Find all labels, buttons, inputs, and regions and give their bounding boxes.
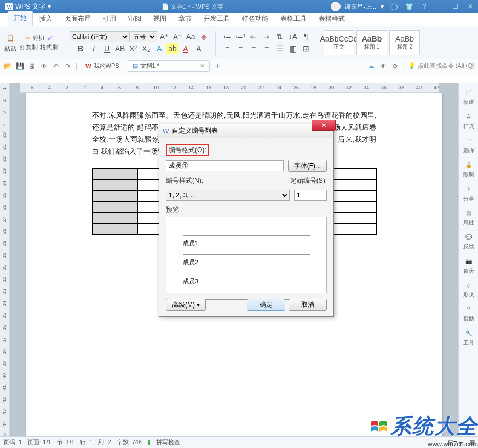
open-icon[interactable]: 📂 <box>3 62 12 71</box>
side-分享[interactable]: ✈分享 <box>463 184 474 202</box>
status-pages[interactable]: 页面: 1/1 <box>27 438 51 446</box>
cancel-button[interactable]: 取消 <box>289 299 327 311</box>
align-center-button[interactable]: ≡ <box>234 43 246 54</box>
paste-button[interactable]: 📋 粘贴 <box>4 32 16 53</box>
align-justify-button[interactable]: ≡ <box>261 43 273 54</box>
side-属性[interactable]: ▤属性 <box>463 208 474 226</box>
status-page-num[interactable]: 页码: 1 <box>3 438 22 446</box>
tab-references[interactable]: 引用 <box>97 12 122 26</box>
side-工具[interactable]: 🔧工具 <box>463 328 474 347</box>
side-帮助[interactable]: ?帮助 <box>463 304 474 323</box>
grow-font-button[interactable]: A⁺ <box>158 31 170 42</box>
dialog-titlebar[interactable]: W 自定义编号列表 ✕ <box>159 124 333 138</box>
shirt-icon[interactable]: 👕 <box>404 2 414 11</box>
side-新建[interactable]: 📄新建 <box>463 88 474 106</box>
clear-format-button[interactable]: ◈ <box>198 31 210 42</box>
tab-chapter[interactable]: 章节 <box>173 12 197 26</box>
sort-button[interactable]: ↕A <box>287 31 299 42</box>
view-print-icon[interactable]: ▤ <box>447 439 453 446</box>
cut-button[interactable]: 剪切 <box>32 34 44 42</box>
side-反馈[interactable]: 💬反馈 <box>463 232 474 251</box>
vertical-ruler[interactable]: 1234202122232425262728293031323334353637… <box>0 83 10 436</box>
status-spellcheck[interactable]: 拼写检查 <box>156 438 180 446</box>
distribute-button[interactable]: ☰ <box>274 43 286 54</box>
document-tab[interactable]: ▤ 文档1 * ✕ <box>128 60 210 72</box>
view-outline-icon[interactable]: ☰ <box>458 439 464 446</box>
close-button[interactable]: ✕ <box>465 2 476 11</box>
line-spacing-button[interactable]: ⇅ <box>274 31 286 42</box>
start-number-input[interactable] <box>294 190 327 201</box>
side-样式[interactable]: A样式 <box>463 112 474 130</box>
status-col[interactable]: 列: 2 <box>98 438 111 446</box>
copy-icon[interactable]: ⎘ <box>20 44 24 50</box>
tab-developer[interactable]: 开发工具 <box>198 12 235 26</box>
font-size-select[interactable]: 五号 <box>131 31 157 42</box>
maximize-button[interactable]: ☐ <box>450 2 460 11</box>
user-avatar[interactable] <box>331 2 341 11</box>
font-color-button[interactable]: A <box>180 43 192 54</box>
status-line[interactable]: 行: 1 <box>80 438 93 446</box>
font-button[interactable]: 字体(F)... <box>288 160 327 172</box>
side-选择[interactable]: ⬚选择 <box>463 136 474 154</box>
char-shading-button[interactable]: A <box>193 43 205 54</box>
formatpainter-icon[interactable]: 🖌 <box>47 34 53 41</box>
advanced-button[interactable]: 高级(M) ▾ <box>166 299 206 311</box>
tab-insert[interactable]: 插入 <box>34 12 58 26</box>
eye-icon[interactable]: 👁 <box>379 62 388 71</box>
print-icon[interactable]: 🖨 <box>27 62 36 71</box>
tab-table-tools[interactable]: 表格工具 <box>275 12 312 26</box>
minimize-button[interactable]: — <box>434 2 445 11</box>
tab-features[interactable]: 特色功能 <box>237 12 274 26</box>
cloud-icon[interactable]: ☁ <box>367 62 376 71</box>
show-marks-button[interactable]: ¶ <box>300 31 312 42</box>
style-heading2[interactable]: AaBb标题 2 <box>389 30 420 55</box>
format-input[interactable] <box>166 160 284 171</box>
numbering-style-select[interactable]: 1, 2, 3, ... <box>166 190 290 201</box>
user-name[interactable]: 谢东星-上... <box>345 3 376 11</box>
redo-icon[interactable]: ↷ <box>64 62 72 71</box>
horizontal-ruler[interactable]: 6422468101214161820222426283032343638404… <box>20 83 439 93</box>
shrink-font-button[interactable]: A⁻ <box>171 31 183 42</box>
undo-icon[interactable]: ↶ <box>51 62 60 71</box>
align-right-button[interactable]: ≡ <box>247 43 260 54</box>
style-heading1[interactable]: AaBb标题 1 <box>356 30 387 55</box>
subscript-button[interactable]: X₂ <box>140 43 152 54</box>
save-icon[interactable]: 💾 <box>15 62 24 71</box>
numbering-button[interactable]: ≔¹ <box>234 31 246 42</box>
underline-button[interactable]: U <box>101 43 113 54</box>
side-限制[interactable]: 🔒限制 <box>463 160 474 178</box>
dialog-close-button[interactable]: ✕ <box>312 120 336 131</box>
app-menu[interactable]: W WPS 文字▾ <box>2 2 54 11</box>
tab-review[interactable]: 审阅 <box>123 12 147 26</box>
tab-layout[interactable]: 页面布局 <box>59 12 96 26</box>
preview-icon[interactable]: 👁 <box>39 62 48 71</box>
strikethrough-button[interactable]: AB <box>114 43 126 54</box>
side-形状[interactable]: ◇形状 <box>463 280 474 299</box>
superscript-button[interactable]: X² <box>127 43 139 54</box>
side-备份[interactable]: 📷备份 <box>463 256 474 275</box>
text-effect-button[interactable]: A <box>153 43 165 54</box>
bold-button[interactable]: B <box>74 43 87 54</box>
change-case-button[interactable]: Aa <box>185 31 197 42</box>
formatpainter-button[interactable]: 格式刷 <box>40 43 58 51</box>
font-family-select[interactable]: Calibri (正文) <box>70 31 130 42</box>
cut-icon[interactable]: ✂ <box>25 34 30 42</box>
tab-table-style[interactable]: 表格样式 <box>313 12 350 26</box>
style-normal[interactable]: AaBbCcDd正文 <box>324 30 354 55</box>
help-icon[interactable]: ? <box>419 2 430 11</box>
status-words[interactable]: 字数: 748 <box>117 438 142 446</box>
borders-button[interactable]: ⊞ <box>300 43 312 54</box>
browser-icon[interactable]: ◯ <box>388 2 399 11</box>
italic-button[interactable]: I <box>88 43 100 54</box>
chevron-down-icon[interactable]: ▾ <box>381 3 384 10</box>
decrease-indent-button[interactable]: ⇤ <box>247 31 260 42</box>
highlight-button[interactable]: ab <box>166 43 178 54</box>
sync-icon[interactable]: ⟳ <box>391 62 400 71</box>
bullets-button[interactable]: ≔ <box>221 31 233 42</box>
tab-view[interactable]: 视图 <box>148 12 172 26</box>
view-web-icon[interactable]: ▦ <box>469 439 475 446</box>
increase-indent-button[interactable]: ⇥ <box>261 31 273 42</box>
mywps-tab[interactable]: W 我的WPS <box>80 60 124 72</box>
copy-button[interactable]: 复制 <box>26 43 38 51</box>
ok-button[interactable]: 确定 <box>247 299 285 311</box>
